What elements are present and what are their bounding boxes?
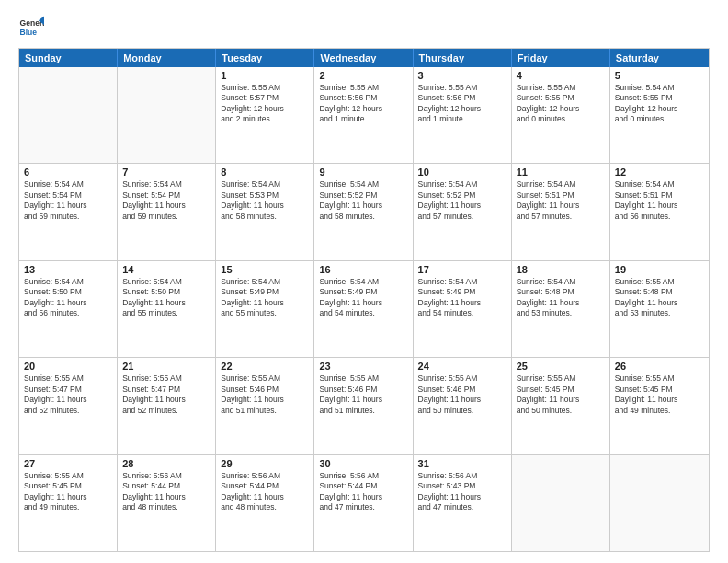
day-info: Sunrise: 5:54 AM Sunset: 5:50 PM Dayligh… [122,277,210,319]
day-number: 2 [319,70,407,81]
day-number: 22 [221,361,309,372]
header-day-friday: Friday [512,49,610,67]
day-number: 7 [122,167,210,178]
cal-cell: 27Sunrise: 5:55 AM Sunset: 5:45 PM Dayli… [19,455,118,551]
cal-cell: 4Sunrise: 5:55 AM Sunset: 5:55 PM Daylig… [512,67,610,163]
day-info: Sunrise: 5:55 AM Sunset: 5:56 PM Dayligh… [319,83,407,125]
day-info: Sunrise: 5:54 AM Sunset: 5:55 PM Dayligh… [615,83,704,125]
day-info: Sunrise: 5:54 AM Sunset: 5:53 PM Dayligh… [221,179,309,222]
day-info: Sunrise: 5:55 AM Sunset: 5:56 PM Dayligh… [418,83,506,125]
day-info: Sunrise: 5:55 AM Sunset: 5:48 PM Dayligh… [615,277,704,319]
header-day-sunday: Sunday [19,49,118,67]
cal-cell: 5Sunrise: 5:54 AM Sunset: 5:55 PM Daylig… [610,67,709,163]
day-number: 20 [24,361,112,372]
day-number: 21 [122,361,210,372]
cal-cell: 28Sunrise: 5:56 AM Sunset: 5:44 PM Dayli… [118,455,216,551]
cal-cell: 29Sunrise: 5:56 AM Sunset: 5:44 PM Dayli… [216,455,314,551]
cal-cell: 18Sunrise: 5:54 AM Sunset: 5:48 PM Dayli… [512,261,610,357]
cal-cell: 3Sunrise: 5:55 AM Sunset: 5:56 PM Daylig… [414,67,512,163]
day-number: 5 [615,70,704,81]
cal-cell: 20Sunrise: 5:55 AM Sunset: 5:47 PM Dayli… [19,358,118,454]
cal-cell: 14Sunrise: 5:54 AM Sunset: 5:50 PM Dayli… [118,261,216,357]
header-day-thursday: Thursday [414,49,512,67]
day-number: 10 [418,167,506,178]
cal-cell: 19Sunrise: 5:55 AM Sunset: 5:48 PM Dayli… [610,261,709,357]
cal-cell [19,67,118,163]
cal-cell: 23Sunrise: 5:55 AM Sunset: 5:46 PM Dayli… [314,358,413,454]
day-info: Sunrise: 5:54 AM Sunset: 5:54 PM Dayligh… [122,179,210,222]
day-number: 18 [517,264,605,275]
week-row-4: 27Sunrise: 5:55 AM Sunset: 5:45 PM Dayli… [19,454,709,551]
day-info: Sunrise: 5:55 AM Sunset: 5:45 PM Dayligh… [24,471,112,513]
day-number: 25 [517,361,605,372]
day-number: 1 [221,70,309,81]
day-info: Sunrise: 5:55 AM Sunset: 5:46 PM Dayligh… [319,373,407,416]
header-day-wednesday: Wednesday [314,49,413,67]
day-number: 26 [615,361,704,372]
cal-cell: 26Sunrise: 5:55 AM Sunset: 5:45 PM Dayli… [610,358,709,454]
day-number: 6 [24,167,112,178]
day-number: 15 [221,264,309,275]
day-number: 31 [418,458,506,469]
cal-cell: 31Sunrise: 5:56 AM Sunset: 5:43 PM Dayli… [414,455,512,551]
day-info: Sunrise: 5:55 AM Sunset: 5:47 PM Dayligh… [122,373,210,416]
cal-cell: 2Sunrise: 5:55 AM Sunset: 5:56 PM Daylig… [314,67,413,163]
header-day-tuesday: Tuesday [216,49,314,67]
cal-cell: 16Sunrise: 5:54 AM Sunset: 5:49 PM Dayli… [314,261,413,357]
day-number: 28 [122,458,210,469]
day-number: 16 [319,264,407,275]
header: General Blue [18,15,710,40]
day-number: 13 [24,264,112,275]
day-info: Sunrise: 5:54 AM Sunset: 5:49 PM Dayligh… [418,277,506,319]
cal-cell: 21Sunrise: 5:55 AM Sunset: 5:47 PM Dayli… [118,358,216,454]
cal-cell: 6Sunrise: 5:54 AM Sunset: 5:54 PM Daylig… [19,164,118,259]
day-info: Sunrise: 5:54 AM Sunset: 5:52 PM Dayligh… [319,179,407,222]
day-number: 12 [615,167,704,178]
cal-cell: 17Sunrise: 5:54 AM Sunset: 5:49 PM Dayli… [414,261,512,357]
week-row-0: 1Sunrise: 5:55 AM Sunset: 5:57 PM Daylig… [19,67,709,163]
calendar: SundayMondayTuesdayWednesdayThursdayFrid… [18,48,710,552]
day-number: 11 [517,167,605,178]
week-row-1: 6Sunrise: 5:54 AM Sunset: 5:54 PM Daylig… [19,163,709,259]
day-info: Sunrise: 5:55 AM Sunset: 5:45 PM Dayligh… [517,373,605,416]
day-number: 9 [319,167,407,178]
cal-cell: 22Sunrise: 5:55 AM Sunset: 5:46 PM Dayli… [216,358,314,454]
day-number: 23 [319,361,407,372]
day-number: 24 [418,361,506,372]
day-info: Sunrise: 5:54 AM Sunset: 5:48 PM Dayligh… [517,277,605,319]
day-number: 19 [615,264,704,275]
day-info: Sunrise: 5:54 AM Sunset: 5:52 PM Dayligh… [418,179,506,222]
calendar-header: SundayMondayTuesdayWednesdayThursdayFrid… [19,49,709,67]
cal-cell: 7Sunrise: 5:54 AM Sunset: 5:54 PM Daylig… [118,164,216,259]
day-number: 27 [24,458,112,469]
cal-cell: 8Sunrise: 5:54 AM Sunset: 5:53 PM Daylig… [216,164,314,259]
day-info: Sunrise: 5:54 AM Sunset: 5:49 PM Dayligh… [319,277,407,319]
day-number: 14 [122,264,210,275]
cal-cell [118,67,216,163]
day-info: Sunrise: 5:55 AM Sunset: 5:55 PM Dayligh… [517,83,605,125]
day-number: 8 [221,167,309,178]
day-info: Sunrise: 5:56 AM Sunset: 5:43 PM Dayligh… [418,471,506,513]
day-number: 17 [418,264,506,275]
page: General Blue SundayMondayTuesdayWednesda… [0,0,728,563]
cal-cell: 13Sunrise: 5:54 AM Sunset: 5:50 PM Dayli… [19,261,118,357]
day-info: Sunrise: 5:55 AM Sunset: 5:46 PM Dayligh… [221,373,309,416]
cal-cell: 30Sunrise: 5:56 AM Sunset: 5:44 PM Dayli… [314,455,413,551]
day-number: 30 [319,458,407,469]
day-info: Sunrise: 5:55 AM Sunset: 5:47 PM Dayligh… [24,373,112,416]
logo: General Blue [18,15,44,40]
calendar-body: 1Sunrise: 5:55 AM Sunset: 5:57 PM Daylig… [19,67,709,551]
week-row-2: 13Sunrise: 5:54 AM Sunset: 5:50 PM Dayli… [19,260,709,357]
svg-text:Blue: Blue [20,28,38,37]
day-info: Sunrise: 5:56 AM Sunset: 5:44 PM Dayligh… [319,471,407,513]
day-info: Sunrise: 5:54 AM Sunset: 5:49 PM Dayligh… [221,277,309,319]
day-info: Sunrise: 5:54 AM Sunset: 5:51 PM Dayligh… [615,179,704,222]
logo-icon: General Blue [18,15,44,40]
cal-cell [610,455,709,551]
cal-cell [512,455,610,551]
day-info: Sunrise: 5:54 AM Sunset: 5:51 PM Dayligh… [517,179,605,222]
cal-cell: 15Sunrise: 5:54 AM Sunset: 5:49 PM Dayli… [216,261,314,357]
cal-cell: 25Sunrise: 5:55 AM Sunset: 5:45 PM Dayli… [512,358,610,454]
day-info: Sunrise: 5:55 AM Sunset: 5:57 PM Dayligh… [221,83,309,125]
cal-cell: 24Sunrise: 5:55 AM Sunset: 5:46 PM Dayli… [414,358,512,454]
